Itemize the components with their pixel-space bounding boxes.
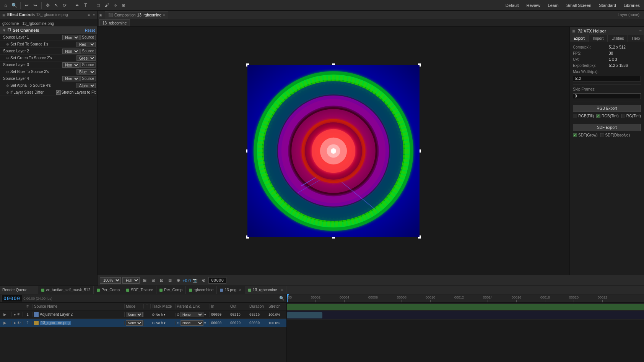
sdf-export-button[interactable]: SDF Export xyxy=(573,124,641,131)
timeline-tab-menu-6[interactable]: ≡ xyxy=(281,288,283,292)
layer-2-parent-select[interactable]: None xyxy=(181,320,203,326)
shape-tool-icon[interactable]: □ xyxy=(95,2,102,9)
layer-2-parent-arrow[interactable]: ▾ xyxy=(204,321,206,325)
viewer-icon-7[interactable]: ⊗ xyxy=(200,277,207,284)
puppet-tool-icon[interactable]: ⊕ xyxy=(120,2,127,9)
sdf-dissolve-checkbox[interactable] xyxy=(600,133,604,137)
timeline-tab-2[interactable]: SDF_Texture xyxy=(123,286,156,294)
viewer-icon-5[interactable]: ⊕ xyxy=(175,277,182,284)
layer-1-vis[interactable]: ● 👁 xyxy=(11,312,23,317)
brush-tool-icon[interactable]: 🖌 xyxy=(103,2,110,9)
timeline-current-time[interactable]: 00000 xyxy=(2,295,22,302)
layer-1-parent-select[interactable]: None xyxy=(181,312,203,317)
text-tool-icon[interactable]: T xyxy=(82,2,89,9)
source-layer-1-dropdown[interactable]: None xyxy=(62,35,80,40)
timeline-tab-6[interactable]: 13_rgbcomine ≡ xyxy=(245,286,286,294)
set-alpha-dropdown[interactable]: Alpha xyxy=(76,83,96,88)
viewer-icon-6[interactable]: +0.0 xyxy=(183,277,190,284)
set-red-dropdown[interactable]: Red xyxy=(76,42,96,47)
vfx-tab-import[interactable]: Import xyxy=(589,35,608,42)
set-blue-dropdown[interactable]: Blue xyxy=(76,69,96,75)
layer-2-vis[interactable]: ● 👁 xyxy=(11,321,23,325)
composition-tab[interactable]: ⬛ Composition 13_rgbcomine ≡ xyxy=(105,11,168,19)
vfx-tab-utilities[interactable]: Utilities xyxy=(608,35,628,42)
timeline-tab-5[interactable]: 13.png ✕ xyxy=(217,286,245,294)
undo-icon[interactable]: ↩ xyxy=(23,2,30,9)
layer-row-2[interactable]: ▶ ● 👁 2 13_rgbc...ne.png Norm xyxy=(0,319,286,327)
layer-2-mode-select[interactable]: Norm xyxy=(126,320,143,326)
home-icon[interactable]: ⌂ xyxy=(2,2,9,9)
layer-1-expand-btn[interactable]: ▶ xyxy=(3,312,8,317)
comp-sub-tab-active[interactable]: 13_rgbcomine xyxy=(99,19,130,26)
quality-dropdown[interactable]: Full Half Quarter xyxy=(122,277,140,284)
comp-tab-menu-icon[interactable]: ≡ xyxy=(163,13,165,17)
timeline-tab-close-5[interactable]: ✕ xyxy=(239,288,242,292)
search-icon[interactable]: 🔍 xyxy=(11,2,18,9)
layer-2-bar[interactable] xyxy=(287,312,322,318)
workspace-small-screen[interactable]: Small Screen xyxy=(564,2,593,8)
reset-button[interactable]: Reset xyxy=(85,28,95,32)
pen-tool-icon[interactable]: ✒ xyxy=(74,2,81,9)
timeline-ruler[interactable]: 00000 00002 00004 00006 xyxy=(287,294,644,303)
layer-1-mode-select[interactable]: Norm xyxy=(126,312,143,317)
viewer-icon-4[interactable]: ⊠ xyxy=(166,277,173,284)
max-width-input[interactable] xyxy=(573,76,641,81)
rgb-export-button[interactable]: RGB Export xyxy=(573,105,641,112)
timeline-tab-3[interactable]: Per_Comp xyxy=(156,286,186,294)
panel-close-icon[interactable]: ≡ xyxy=(88,13,90,17)
viewer-icon-2[interactable]: ⊟ xyxy=(150,277,156,284)
rotate-tool-icon[interactable]: ⟳ xyxy=(61,2,68,9)
layer-1-expand[interactable]: ▶ xyxy=(0,312,11,317)
workspace-review[interactable]: Review xyxy=(525,2,542,8)
select-tool-icon[interactable]: ↖ xyxy=(53,2,60,9)
rgb-fill-checkbox[interactable] xyxy=(573,114,577,118)
workspace-libraries[interactable]: Libraries xyxy=(622,2,642,8)
layer-row-1[interactable]: ▶ ● 👁 1 Adjustment Layer 2 Norm xyxy=(0,310,286,319)
layer-2-expand-btn[interactable]: ▶ xyxy=(3,321,8,325)
panel-collapse-icon[interactable]: » xyxy=(93,13,95,17)
rgb-tint-checkbox[interactable] xyxy=(596,114,600,118)
layer-1-vis-icon[interactable]: 👁 xyxy=(17,312,21,317)
vfx-menu-icon[interactable]: ≡ xyxy=(639,29,642,33)
layer-1-track-arrow[interactable]: ▾ xyxy=(164,313,166,317)
workspace-learn[interactable]: Learn xyxy=(546,2,561,8)
vfx-tab-help[interactable]: Help xyxy=(628,35,644,42)
workspace-default[interactable]: Default xyxy=(504,2,521,8)
workspace-standard[interactable]: Standard xyxy=(597,2,618,8)
composition-canvas[interactable] xyxy=(247,65,420,237)
layer-2-vis-icon[interactable]: 👁 xyxy=(17,321,21,325)
set-green-dropdown[interactable]: Green xyxy=(76,55,96,61)
set-blue-controls: Blue xyxy=(76,69,96,75)
source-layer-3-dropdown[interactable]: None xyxy=(62,62,80,68)
layer-1-mode[interactable]: Norm xyxy=(125,312,144,317)
source-layer-4-dropdown[interactable]: None xyxy=(62,76,80,81)
layer-2-mode[interactable]: Norm xyxy=(125,320,144,326)
vfx-tab-export[interactable]: Export xyxy=(570,35,589,42)
timeline-tab-1[interactable]: Per_Comp xyxy=(94,286,123,294)
source-layer-2-dropdown[interactable]: None xyxy=(62,49,80,54)
search-icon-timeline[interactable]: 🔍 xyxy=(279,295,285,302)
layer-1-parent-arrow[interactable]: ▾ xyxy=(204,313,206,317)
stamp-tool-icon[interactable]: ⎆ xyxy=(112,2,119,9)
move-tool-icon[interactable]: ✥ xyxy=(44,2,51,9)
redo-icon[interactable]: ↪ xyxy=(32,2,39,9)
timeline-tab-4[interactable]: rgbcombine xyxy=(186,286,217,294)
stretch-checkbox[interactable] xyxy=(56,90,61,95)
layer-2-solo-icon[interactable]: ● xyxy=(13,321,16,325)
layer-1-solo-icon[interactable]: ● xyxy=(13,312,16,317)
viewer-icon-3[interactable]: ⊡ xyxy=(158,277,165,284)
layer-2-expand[interactable]: ▶ xyxy=(0,321,11,325)
set-channels-group[interactable]: ▼ 🎞 Set Channels Reset xyxy=(0,26,97,34)
viewer-icon-1[interactable]: ⊞ xyxy=(141,277,148,284)
layer-2-name: 13_rgbc...ne.png xyxy=(40,321,71,325)
sdf-grow-checkbox[interactable] xyxy=(573,133,577,137)
layer-1-bar[interactable] xyxy=(287,304,644,310)
viewer-bottom-bar: 100% 50% 200% Fit Full Half Quarter ⊞ ⊟ … xyxy=(98,275,644,286)
rg-tint-checkbox[interactable] xyxy=(621,114,625,118)
viewer-area[interactable] xyxy=(98,27,569,275)
layer-2-track-arrow[interactable]: ▾ xyxy=(164,321,166,325)
skip-frames-input[interactable] xyxy=(573,93,641,99)
viewer-camera-icon[interactable]: 📷 xyxy=(192,277,198,284)
timeline-tab-0[interactable]: vx_tantiao_sdf_mask_512 xyxy=(38,286,94,294)
zoom-dropdown[interactable]: 100% 50% 200% Fit xyxy=(100,277,121,284)
